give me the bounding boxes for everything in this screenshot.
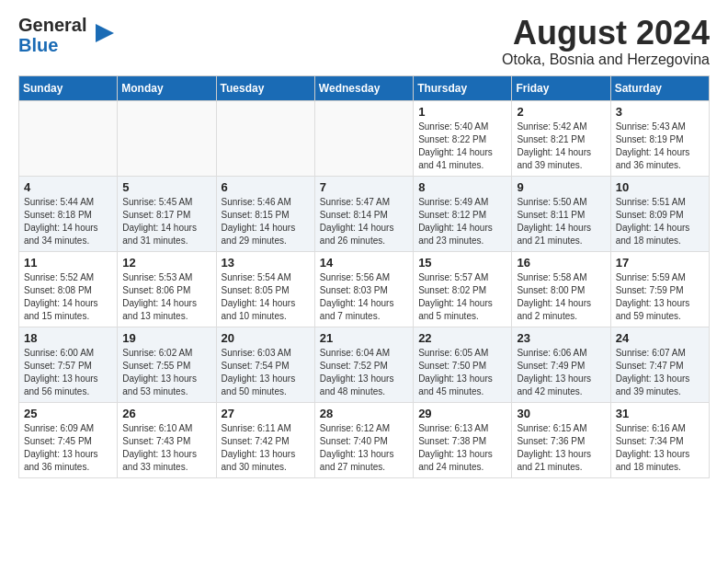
day-info: Sunrise: 6:11 AMSunset: 7:42 PMDaylight:… xyxy=(222,422,310,474)
calendar-cell: 27Sunrise: 6:11 AMSunset: 7:42 PMDayligh… xyxy=(216,402,314,477)
header-wednesday: Wednesday xyxy=(314,75,413,100)
calendar-cell: 12Sunrise: 5:53 AMSunset: 8:06 PMDayligh… xyxy=(118,251,216,327)
day-info: Sunrise: 5:50 AMSunset: 8:11 PMDaylight:… xyxy=(517,196,605,247)
header-tuesday: Tuesday xyxy=(216,75,314,100)
calendar-cell: 25Sunrise: 6:09 AMSunset: 7:45 PMDayligh… xyxy=(19,402,118,477)
day-number: 4 xyxy=(24,180,112,194)
day-number: 31 xyxy=(616,407,704,420)
calendar-cell: 10Sunrise: 5:51 AMSunset: 8:09 PMDayligh… xyxy=(610,176,709,251)
calendar-week-2: 4Sunrise: 5:44 AMSunset: 8:18 PMDaylight… xyxy=(19,176,710,251)
svg-marker-0 xyxy=(96,24,114,42)
day-number: 3 xyxy=(616,105,704,119)
logo-line2: Blue xyxy=(18,35,86,55)
header: General Blue August 2024 Otoka, Bosnia a… xyxy=(18,15,710,68)
day-number: 15 xyxy=(418,256,506,270)
header-saturday: Saturday xyxy=(610,75,709,100)
logo-icon xyxy=(88,20,118,46)
calendar-cell: 5Sunrise: 5:45 AMSunset: 8:17 PMDaylight… xyxy=(118,176,216,251)
header-thursday: Thursday xyxy=(414,75,512,100)
day-number: 27 xyxy=(222,407,310,420)
header-friday: Friday xyxy=(512,75,610,100)
day-number: 26 xyxy=(122,407,210,420)
day-info: Sunrise: 5:49 AMSunset: 8:12 PMDaylight:… xyxy=(418,196,506,247)
day-number: 24 xyxy=(616,331,704,345)
day-number: 22 xyxy=(418,331,506,345)
day-number: 12 xyxy=(122,256,210,270)
day-info: Sunrise: 5:58 AMSunset: 8:00 PMDaylight:… xyxy=(517,271,605,323)
calendar-cell: 22Sunrise: 6:05 AMSunset: 7:50 PMDayligh… xyxy=(414,327,512,402)
calendar-cell xyxy=(216,100,314,176)
day-info: Sunrise: 5:45 AMSunset: 8:17 PMDaylight:… xyxy=(122,196,210,247)
calendar-week-3: 11Sunrise: 5:52 AMSunset: 8:08 PMDayligh… xyxy=(19,251,710,327)
calendar-week-5: 25Sunrise: 6:09 AMSunset: 7:45 PMDayligh… xyxy=(19,402,710,477)
calendar-cell: 13Sunrise: 5:54 AMSunset: 8:05 PMDayligh… xyxy=(216,251,314,327)
header-monday: Monday xyxy=(118,75,216,100)
calendar-subtitle: Otoka, Bosnia and Herzegovina xyxy=(502,52,710,68)
day-info: Sunrise: 6:07 AMSunset: 7:47 PMDaylight:… xyxy=(616,347,704,398)
calendar-cell: 4Sunrise: 5:44 AMSunset: 8:18 PMDaylight… xyxy=(19,176,118,251)
day-number: 9 xyxy=(517,180,605,194)
calendar-cell: 24Sunrise: 6:07 AMSunset: 7:47 PMDayligh… xyxy=(610,327,709,402)
title-block: August 2024 Otoka, Bosnia and Herzegovin… xyxy=(502,15,710,68)
day-number: 25 xyxy=(24,407,112,420)
day-number: 7 xyxy=(320,180,408,194)
day-info: Sunrise: 6:05 AMSunset: 7:50 PMDaylight:… xyxy=(418,347,506,398)
day-number: 17 xyxy=(616,256,704,270)
day-info: Sunrise: 6:13 AMSunset: 7:38 PMDaylight:… xyxy=(418,422,506,474)
day-info: Sunrise: 5:52 AMSunset: 8:08 PMDaylight:… xyxy=(24,271,112,323)
calendar-cell: 19Sunrise: 6:02 AMSunset: 7:55 PMDayligh… xyxy=(118,327,216,402)
calendar-cell: 7Sunrise: 5:47 AMSunset: 8:14 PMDaylight… xyxy=(314,176,413,251)
calendar-title: August 2024 xyxy=(502,15,710,52)
day-info: Sunrise: 5:42 AMSunset: 8:21 PMDaylight:… xyxy=(517,121,605,172)
day-info: Sunrise: 6:09 AMSunset: 7:45 PMDaylight:… xyxy=(24,422,112,474)
calendar-cell: 15Sunrise: 5:57 AMSunset: 8:02 PMDayligh… xyxy=(414,251,512,327)
day-info: Sunrise: 5:40 AMSunset: 8:22 PMDaylight:… xyxy=(418,121,506,172)
day-number: 21 xyxy=(320,331,408,345)
day-number: 23 xyxy=(517,331,605,345)
calendar-cell: 30Sunrise: 6:15 AMSunset: 7:36 PMDayligh… xyxy=(512,402,610,477)
day-info: Sunrise: 5:56 AMSunset: 8:03 PMDaylight:… xyxy=(320,271,408,323)
day-info: Sunrise: 5:44 AMSunset: 8:18 PMDaylight:… xyxy=(24,196,112,247)
day-number: 30 xyxy=(517,407,605,420)
page: General Blue August 2024 Otoka, Bosnia a… xyxy=(0,0,728,497)
calendar-cell: 11Sunrise: 5:52 AMSunset: 8:08 PMDayligh… xyxy=(19,251,118,327)
day-number: 14 xyxy=(320,256,408,270)
day-number: 18 xyxy=(24,331,112,345)
day-number: 29 xyxy=(418,407,506,420)
day-number: 28 xyxy=(320,407,408,420)
day-info: Sunrise: 6:02 AMSunset: 7:55 PMDaylight:… xyxy=(122,347,210,398)
day-number: 6 xyxy=(222,180,310,194)
calendar-cell xyxy=(118,100,216,176)
calendar-cell: 31Sunrise: 6:16 AMSunset: 7:34 PMDayligh… xyxy=(610,402,709,477)
calendar-week-1: 1Sunrise: 5:40 AMSunset: 8:22 PMDaylight… xyxy=(19,100,710,176)
day-number: 20 xyxy=(222,331,310,345)
day-info: Sunrise: 5:57 AMSunset: 8:02 PMDaylight:… xyxy=(418,271,506,323)
day-info: Sunrise: 6:10 AMSunset: 7:43 PMDaylight:… xyxy=(122,422,210,474)
calendar-cell: 1Sunrise: 5:40 AMSunset: 8:22 PMDaylight… xyxy=(414,100,512,176)
day-info: Sunrise: 6:04 AMSunset: 7:52 PMDaylight:… xyxy=(320,347,408,398)
calendar-cell: 6Sunrise: 5:46 AMSunset: 8:15 PMDaylight… xyxy=(216,176,314,251)
calendar-cell: 3Sunrise: 5:43 AMSunset: 8:19 PMDaylight… xyxy=(610,100,709,176)
calendar-cell: 2Sunrise: 5:42 AMSunset: 8:21 PMDaylight… xyxy=(512,100,610,176)
day-number: 19 xyxy=(122,331,210,345)
calendar-header-row: Sunday Monday Tuesday Wednesday Thursday… xyxy=(19,75,710,100)
day-info: Sunrise: 5:59 AMSunset: 7:59 PMDaylight:… xyxy=(616,271,704,323)
calendar-cell: 26Sunrise: 6:10 AMSunset: 7:43 PMDayligh… xyxy=(118,402,216,477)
calendar-cell: 29Sunrise: 6:13 AMSunset: 7:38 PMDayligh… xyxy=(414,402,512,477)
day-number: 13 xyxy=(222,256,310,270)
calendar-cell xyxy=(19,100,118,176)
day-info: Sunrise: 6:03 AMSunset: 7:54 PMDaylight:… xyxy=(222,347,310,398)
calendar-cell: 18Sunrise: 6:00 AMSunset: 7:57 PMDayligh… xyxy=(19,327,118,402)
calendar-cell: 9Sunrise: 5:50 AMSunset: 8:11 PMDaylight… xyxy=(512,176,610,251)
calendar-cell: 17Sunrise: 5:59 AMSunset: 7:59 PMDayligh… xyxy=(610,251,709,327)
header-sunday: Sunday xyxy=(19,75,118,100)
calendar-cell: 23Sunrise: 6:06 AMSunset: 7:49 PMDayligh… xyxy=(512,327,610,402)
calendar-cell xyxy=(314,100,413,176)
day-info: Sunrise: 6:15 AMSunset: 7:36 PMDaylight:… xyxy=(517,422,605,474)
day-number: 2 xyxy=(517,105,605,119)
day-info: Sunrise: 5:46 AMSunset: 8:15 PMDaylight:… xyxy=(222,196,310,247)
day-info: Sunrise: 5:53 AMSunset: 8:06 PMDaylight:… xyxy=(122,271,210,323)
day-info: Sunrise: 6:00 AMSunset: 7:57 PMDaylight:… xyxy=(24,347,112,398)
day-info: Sunrise: 6:12 AMSunset: 7:40 PMDaylight:… xyxy=(320,422,408,474)
day-number: 1 xyxy=(418,105,506,119)
